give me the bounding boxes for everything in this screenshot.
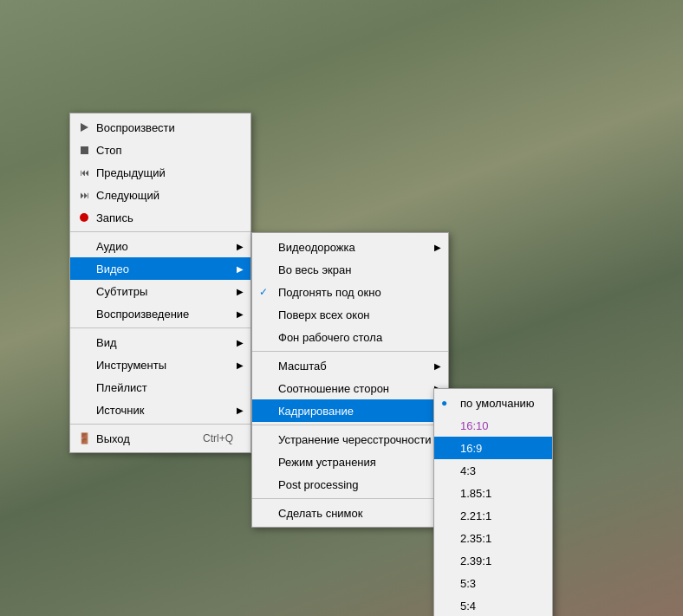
- arrow-icon: ▶: [237, 405, 244, 415]
- crop-item-169[interactable]: 16:9: [434, 437, 552, 459]
- menu-item-playlist[interactable]: Плейлист: [70, 376, 250, 399]
- crop-item-default[interactable]: ● по умолчанию: [434, 392, 552, 414]
- crop-1851-label: 1.85:1: [460, 487, 535, 500]
- menu-item-playlist-label: Плейлист: [96, 381, 233, 394]
- menu-item-view-label: Вид: [96, 336, 233, 349]
- arrow-icon: ▶: [237, 338, 244, 347]
- separator-5: [252, 425, 448, 425]
- menu-item-video-label: Видео: [96, 263, 233, 276]
- play-icon: [77, 120, 91, 134]
- crop-54-label: 5:4: [460, 600, 535, 613]
- crop-item-54[interactable]: 5:4: [434, 594, 552, 616]
- menu-item-crop[interactable]: Кадрирование ▶: [252, 399, 448, 422]
- crop-169-label: 16:9: [460, 442, 535, 455]
- menu-item-playback-label: Воспроизведение: [96, 308, 233, 321]
- separator-4: [252, 351, 448, 352]
- arrow-icon: ▶: [237, 264, 244, 274]
- menu-item-fullscreen[interactable]: Во весь экран: [252, 258, 448, 281]
- arrow-icon: ▶: [237, 360, 244, 370]
- menu-item-playback[interactable]: Воспроизведение ▶: [70, 302, 250, 325]
- bullet-icon: ●: [441, 397, 447, 409]
- record-icon: [77, 211, 91, 224]
- menu-item-snapshot[interactable]: Сделать снимок: [252, 502, 448, 524]
- next-icon: ⏭: [77, 188, 91, 202]
- menu-item-video[interactable]: Видео ▶: [70, 257, 250, 280]
- crop-item-1851[interactable]: 1.85:1: [434, 482, 552, 504]
- menu-item-scale-label: Масштаб: [278, 360, 431, 373]
- menu-item-deinterlace[interactable]: Устранение чересстрочности ▶: [252, 428, 448, 451]
- check-icon: ✓: [259, 286, 268, 298]
- crop-item-2211[interactable]: 2.21:1: [434, 504, 552, 527]
- menu-item-tools[interactable]: Инструменты ▶: [70, 353, 250, 376]
- arrow-icon: ▶: [237, 309, 244, 319]
- menu-item-fullscreen-label: Во весь экран: [278, 263, 431, 276]
- arrow-icon: ▶: [434, 243, 441, 252]
- crop-2351-label: 2.35:1: [460, 532, 535, 545]
- video-submenu: Видеодорожка ▶ Во весь экран ✓ Подгонять…: [251, 232, 449, 528]
- separator-1: [70, 231, 250, 232]
- crop-item-53[interactable]: 5:3: [434, 572, 552, 594]
- crop-2211-label: 2.21:1: [460, 509, 535, 522]
- crop-default-label: по умолчанию: [460, 397, 535, 410]
- menu-item-audio[interactable]: Аудио ▶: [70, 235, 250, 257]
- arrow-icon: ▶: [237, 287, 244, 296]
- menu-item-audio-label: Аудио: [96, 240, 233, 253]
- crop-item-1610[interactable]: 16:10: [434, 414, 552, 437]
- crop-item-43[interactable]: 4:3: [434, 459, 552, 482]
- menu-item-exit-label: Выход: [96, 432, 185, 445]
- menu-item-subtitles-label: Субтитры: [96, 285, 233, 298]
- menu-item-record-label: Запись: [96, 211, 233, 224]
- menu-item-crop-label: Кадрирование: [278, 405, 431, 418]
- menu-item-stop-label: Стоп: [96, 144, 233, 157]
- menu-item-stop[interactable]: Стоп: [70, 139, 250, 161]
- menu-item-next[interactable]: ⏭ Следующий: [70, 184, 250, 206]
- menu-item-subtitles[interactable]: Субтитры ▶: [70, 280, 250, 302]
- menu-item-fitwindow[interactable]: ✓ Подгонять под окно: [252, 281, 448, 303]
- menu-item-source-label: Источник: [96, 404, 233, 417]
- context-menu-main: Воспроизвести Стоп ⏮ Предыдущий ⏭ Следую…: [69, 113, 251, 453]
- menu-item-wallpaper[interactable]: Фон рабочего стола: [252, 326, 448, 348]
- menu-item-postproc[interactable]: Post processing ▶: [252, 473, 448, 496]
- menu-item-wallpaper-label: Фон рабочего стола: [278, 331, 431, 344]
- menu-item-snapshot-label: Сделать снимок: [278, 507, 431, 520]
- menu-item-record[interactable]: Запись: [70, 206, 250, 229]
- menu-item-ontop[interactable]: Поверх всех окон: [252, 303, 448, 326]
- arrow-icon: ▶: [434, 361, 441, 371]
- menu-item-tools-label: Инструменты: [96, 359, 233, 372]
- crop-2391-label: 2.39:1: [460, 554, 535, 567]
- crop-submenu: ● по умолчанию 16:10 16:9 4:3 1.85:1 2.2…: [433, 388, 553, 616]
- menu-item-view[interactable]: Вид ▶: [70, 331, 250, 353]
- separator-2: [70, 327, 250, 328]
- stop-icon: [77, 143, 91, 157]
- prev-icon: ⏮: [77, 165, 91, 179]
- crop-43-label: 4:3: [460, 464, 535, 477]
- exit-shortcut: Ctrl+Q: [203, 432, 233, 444]
- menu-item-deintmode[interactable]: Режим устранения ▶: [252, 451, 448, 473]
- menu-item-deinterlace-label: Устранение чересстрочности: [278, 433, 431, 446]
- menu-item-fitwindow-label: Подгонять под окно: [278, 286, 431, 299]
- menu-item-aspect[interactable]: Соотношение сторон ▶: [252, 377, 448, 399]
- separator-3: [70, 424, 250, 425]
- menu-item-prev[interactable]: ⏮ Предыдущий: [70, 161, 250, 184]
- menu-item-source[interactable]: Источник ▶: [70, 399, 250, 421]
- menu-item-videotrack-label: Видеодорожка: [278, 241, 431, 254]
- menu-item-exit[interactable]: 🚪 Выход Ctrl+Q: [70, 427, 250, 450]
- menu-item-play[interactable]: Воспроизвести: [70, 116, 250, 139]
- menu-item-play-label: Воспроизвести: [96, 121, 233, 134]
- menu-item-next-label: Следующий: [96, 189, 233, 202]
- separator-6: [252, 498, 448, 499]
- menu-item-ontop-label: Поверх всех окон: [278, 308, 431, 321]
- menu-item-postproc-label: Post processing: [278, 478, 431, 491]
- crop-1610-label: 16:10: [460, 419, 535, 432]
- menu-item-aspect-label: Соотношение сторон: [278, 382, 431, 395]
- exit-icon: 🚪: [77, 431, 91, 445]
- menu-item-videotrack[interactable]: Видеодорожка ▶: [252, 236, 448, 258]
- menu-item-prev-label: Предыдущий: [96, 166, 233, 179]
- arrow-icon: ▶: [237, 242, 244, 251]
- crop-item-2351[interactable]: 2.35:1: [434, 527, 552, 549]
- menu-item-scale[interactable]: Масштаб ▶: [252, 354, 448, 377]
- crop-53-label: 5:3: [460, 577, 535, 590]
- menu-item-deintmode-label: Режим устранения: [278, 456, 431, 469]
- crop-item-2391[interactable]: 2.39:1: [434, 549, 552, 572]
